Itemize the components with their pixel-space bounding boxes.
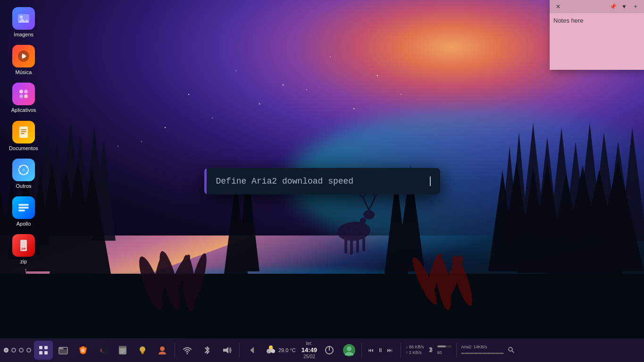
tray-search-icon[interactable] [507,345,515,355]
svg-point-87 [24,90,28,93]
svg-point-136 [347,346,351,351]
media-next-button[interactable]: ⏭ [385,346,394,354]
svg-marker-127 [223,347,228,354]
aplicativos-label: Aplicativos [11,107,36,113]
svg-point-125 [160,346,165,351]
taskbar-weather[interactable]: 29.0 °C [262,345,299,356]
command-text: Define Aria2 download speed [216,177,429,186]
sticky-collapse-button[interactable]: ▼ [619,2,629,11]
command-input-area[interactable]: Define Aria2 download speed [207,168,440,194]
sticky-add-button[interactable]: + [631,2,640,11]
svg-rect-110 [39,351,42,354]
svg-point-132 [269,345,273,349]
taskbar-power-button[interactable] [320,341,339,360]
workspace-dot-2[interactable] [11,348,16,353]
weather-temp: 29.0 °C [278,347,296,353]
desktop-icon-zip[interactable]: ZIP zip [2,232,45,267]
taskbar-wifi-button[interactable] [178,341,197,360]
svg-point-96 [19,166,21,168]
app-launcher-button[interactable] [34,341,53,360]
svg-rect-118 [119,346,126,348]
volume-level [437,345,452,350]
desktop-icon-documentos[interactable]: Documentos [2,118,45,154]
outros-icon-img [12,159,35,181]
taskbar-sep-2 [239,343,240,357]
tray-bluetooth-icon[interactable] [427,345,435,356]
svg-point-54 [330,56,331,57]
clock-day: ter. [306,341,312,346]
taskbar: B $_ [0,338,644,362]
media-controls: ⏮ ⏸ ⏭ [367,346,394,354]
taskbar-clipboard-button[interactable] [133,341,152,360]
svg-point-56 [212,118,213,118]
media-play-button[interactable]: ⏸ [376,346,385,354]
workspace-dot-3[interactable] [19,348,24,353]
svg-point-55 [377,75,378,76]
pin-icon: 📌 [610,3,617,10]
svg-point-59 [353,108,355,109]
taskbar-back-button[interactable] [243,341,261,360]
media-prev-button[interactable]: ⏮ [367,346,375,354]
desktop-icon-musica[interactable]: Música [2,42,45,78]
taskbar-terminal-button[interactable]: $_ [93,341,112,360]
sticky-note-header: ✕ 📌 ▼ + [550,0,644,13]
svg-rect-67 [344,237,347,253]
svg-point-63 [117,146,118,147]
system-tray: ⏮ ⏸ ⏭ ↓ 86 KB/s ↑ 2 KB/s [365,343,517,357]
sticky-close-button[interactable]: ✕ [553,2,563,11]
aplicativos-icon-img [12,83,35,105]
svg-point-122 [140,346,145,352]
clock-date: 25/02 [303,354,315,360]
taskbar-clock[interactable]: ter. 14:49 25/02 [300,341,319,360]
desktop-icon-outros[interactable]: Outros [2,156,45,192]
command-dialog: Define Aria2 download speed [204,168,440,194]
taskbar-notes-button[interactable] [113,341,132,360]
sticky-text: Notes here [553,17,584,24]
desktop-icon-imagens[interactable]: Imagens [2,5,45,40]
svg-point-64 [336,220,371,242]
svg-line-72 [359,194,363,198]
svg-rect-113 [59,349,67,354]
svg-point-98 [19,172,21,174]
svg-text:$_: $_ [100,348,105,353]
svg-rect-124 [142,353,143,354]
svg-rect-69 [356,236,359,253]
zip-icon-img: ZIP [12,234,35,257]
taskbar-files-button[interactable] [54,341,73,360]
network-stats: ↓ 86 KB/s ↑ 2 KB/s [406,345,424,355]
svg-point-81 [20,16,23,18]
svg-rect-92 [21,131,26,132]
svg-point-89 [24,94,28,98]
taskbar-user-button[interactable] [153,341,172,360]
svg-rect-100 [18,204,29,206]
command-cursor [430,177,431,186]
imagens-label: Imagens [14,32,33,38]
sticky-content[interactable]: Notes here [550,13,644,70]
taskbar-volume-button[interactable] [217,341,236,360]
svg-point-62 [165,127,166,128]
desktop-icon-aplicativos[interactable]: Aplicativos [2,80,45,116]
workspace-dot-1[interactable] [4,348,8,353]
svg-rect-102 [18,210,25,211]
desktop-icons-list: Imagens Música Aplicativos Documentos Ou [0,0,47,338]
svg-point-52 [235,70,236,71]
svg-rect-108 [39,346,42,349]
chevron-down-icon: ▼ [621,3,627,10]
close-icon: ✕ [556,3,560,10]
svg-rect-104 [22,240,25,241]
svg-line-74 [369,197,375,210]
svg-point-131 [271,349,275,353]
svg-line-71 [363,198,369,210]
desktop-icon-apollo[interactable]: Apollo [2,194,45,229]
taskbar-brave-button[interactable]: B [74,341,92,360]
svg-rect-106 [22,244,25,246]
aria2-label: Aria2: 14KB/s [461,345,504,350]
taskbar-sep-3 [361,343,362,357]
workspace-dot-4[interactable] [26,348,31,353]
svg-rect-120 [120,351,125,352]
taskbar-bluetooth-button[interactable] [198,341,217,360]
svg-rect-119 [120,349,125,350]
sticky-pin-button[interactable]: 📌 [608,2,618,11]
taskbar-user-avatar[interactable] [340,341,359,360]
sticky-note: ✕ 📌 ▼ + Notes here [550,0,644,70]
